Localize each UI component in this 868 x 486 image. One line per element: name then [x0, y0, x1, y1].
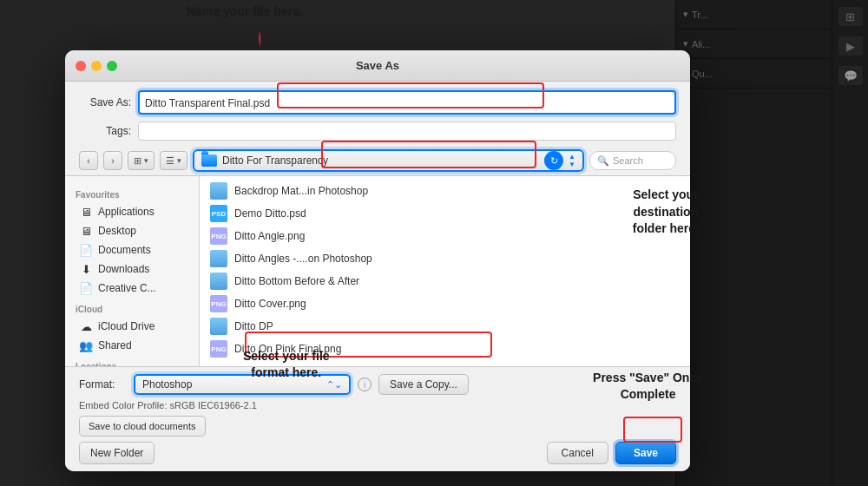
- desktop-icon: 🖥: [79, 224, 93, 238]
- file-item-ditto-bottom[interactable]: Ditto Bottom Before & After: [203, 270, 687, 292]
- folder-name: Ditto For Transparency: [222, 154, 539, 167]
- file-item-ditto-pink[interactable]: PNG Ditto On Pink Final.png: [203, 338, 687, 360]
- file-item-ditto-dp[interactable]: Ditto DP: [203, 315, 687, 338]
- file-thumb-ditto-angles: [210, 250, 227, 267]
- shared-icon: 👥: [79, 338, 93, 352]
- applications-label: Applications: [98, 206, 155, 218]
- save-button[interactable]: Save: [615, 442, 676, 464]
- cloud-documents-button[interactable]: Save to cloud documents: [79, 416, 206, 437]
- file-item-backdrop[interactable]: Backdrop Mat...in Photoshop: [203, 180, 687, 202]
- sidebar-item-shared[interactable]: 👥 Shared: [69, 336, 195, 355]
- file-item-ditto-angle[interactable]: PNG Ditto Angle.png: [203, 225, 687, 247]
- file-name-ditto-dp: Ditto DP: [234, 320, 273, 332]
- file-item-demo[interactable]: PSD Demo Ditto.psd: [203, 202, 687, 225]
- format-label: Format:: [79, 378, 127, 391]
- format-row: Format: Photoshop ⌃⌄ i Save a Copy...: [79, 374, 676, 395]
- search-box[interactable]: 🔍 Search: [589, 151, 676, 170]
- save-as-dialog: Save As Save As: Tags: ‹ › ⊞▾ ☰▾ Ditto F…: [65, 50, 690, 471]
- documents-label: Documents: [98, 244, 151, 256]
- dialog-title: Save As: [356, 59, 399, 72]
- dialog-body: Favourites 🖥 Applications 🖥 Desktop 📄 Do…: [65, 176, 690, 366]
- dialog-titlebar: Save As: [65, 50, 690, 82]
- minimize-button[interactable]: [91, 61, 102, 71]
- bottom-buttons: New Folder Cancel Save: [79, 442, 676, 464]
- file-item-ditto-cover[interactable]: PNG Ditto Cover.png: [203, 292, 687, 315]
- shared-label: Shared: [98, 339, 132, 351]
- cancel-save-buttons: Cancel Save: [547, 442, 676, 464]
- cancel-button[interactable]: Cancel: [547, 442, 608, 464]
- downloads-label: Downloads: [98, 263, 149, 275]
- grid-view-button[interactable]: ⊞▾: [128, 151, 155, 170]
- icloud-drive-icon: ☁: [79, 319, 93, 333]
- file-name-ditto-angle: Ditto Angle.png: [234, 230, 305, 242]
- file-thumb-ditto-bottom: [210, 273, 227, 290]
- saveas-input[interactable]: [145, 97, 669, 109]
- icloud-drive-label: iCloud Drive: [98, 320, 155, 332]
- creative-icon: 📄: [79, 281, 93, 295]
- file-item-ditto-angles[interactable]: Ditto Angles -....on Photoshop: [203, 247, 687, 270]
- embed-color-text: Embed Color Profile: sRGB IEC61966-2.1: [79, 400, 676, 410]
- close-button[interactable]: [76, 61, 86, 71]
- folder-icon: [201, 154, 217, 167]
- file-thumb-demo: PSD: [210, 205, 227, 222]
- file-name-demo: Demo Ditto.psd: [234, 207, 306, 220]
- sidebar-item-icloud-drive[interactable]: ☁ iCloud Drive: [69, 317, 195, 336]
- sidebar-item-documents[interactable]: 📄 Documents: [69, 240, 195, 259]
- search-icon: 🔍: [597, 155, 609, 167]
- creative-label: Creative C...: [98, 282, 156, 294]
- sidebar-item-applications[interactable]: 🖥 Applications: [69, 202, 195, 221]
- file-list: Backdrop Mat...in Photoshop PSD Demo Dit…: [200, 176, 690, 366]
- tags-input[interactable]: [138, 122, 676, 141]
- locations-label: Locations: [65, 355, 199, 366]
- saveas-input-wrap[interactable]: [138, 90, 676, 115]
- tags-label: Tags:: [79, 125, 131, 137]
- save-copy-button[interactable]: Save a Copy...: [378, 374, 469, 395]
- saveas-label: Save As:: [79, 96, 131, 108]
- sidebar-item-creative[interactable]: 📄 Creative C...: [69, 279, 195, 298]
- tags-row: Tags:: [65, 120, 690, 146]
- list-view-button[interactable]: ☰▾: [160, 151, 187, 170]
- new-folder-button[interactable]: New Folder: [79, 442, 155, 464]
- format-value: Photoshop: [142, 378, 192, 391]
- back-button[interactable]: ‹: [79, 151, 98, 170]
- sidebar-item-downloads[interactable]: ⬇ Downloads: [69, 259, 195, 279]
- desktop-label: Desktop: [98, 225, 136, 237]
- folder-dropdown[interactable]: Ditto For Transparency ↻ ▲ ▼: [193, 149, 584, 172]
- sidebar-item-desktop[interactable]: 🖥 Desktop: [69, 221, 195, 240]
- file-name-ditto-angles: Ditto Angles -....on Photoshop: [234, 253, 372, 265]
- icloud-label: iCloud: [65, 298, 199, 317]
- sidebar: Favourites 🖥 Applications 🖥 Desktop 📄 Do…: [65, 176, 200, 366]
- dropdown-arrows: ▲ ▼: [569, 154, 575, 168]
- file-name-ditto-pink: Ditto On Pink Final.png: [234, 343, 341, 355]
- documents-icon: 📄: [79, 243, 93, 257]
- search-placeholder: Search: [613, 155, 643, 166]
- traffic-lights: [76, 61, 117, 71]
- file-name-backdrop: Backdrop Mat...in Photoshop: [234, 185, 368, 197]
- file-thumb-ditto-angle: PNG: [210, 227, 227, 245]
- file-name-ditto-bottom: Ditto Bottom Before & After: [234, 275, 359, 287]
- toolbar-row: ‹ › ⊞▾ ☰▾ Ditto For Transparency ↻ ▲ ▼ 🔍…: [65, 146, 690, 176]
- forward-button[interactable]: ›: [103, 151, 122, 170]
- format-arrow: ⌃⌄: [326, 379, 342, 391]
- saveas-row: Save As:: [65, 82, 690, 120]
- downloads-icon: ⬇: [79, 262, 93, 276]
- file-thumb-ditto-dp: [210, 318, 227, 335]
- format-select[interactable]: Photoshop ⌃⌄: [134, 374, 351, 395]
- favourites-label: Favourites: [65, 183, 199, 202]
- info-icon[interactable]: i: [358, 378, 372, 391]
- file-name-ditto-cover: Ditto Cover.png: [234, 298, 306, 310]
- dropdown-sync-icon: ↻: [544, 151, 563, 170]
- file-thumb-ditto-cover: PNG: [210, 295, 227, 312]
- maximize-button[interactable]: [107, 61, 117, 71]
- dialog-bottom: Format: Photoshop ⌃⌄ i Save a Copy... Em…: [65, 366, 690, 471]
- applications-icon: 🖥: [79, 205, 93, 219]
- file-thumb-ditto-pink: PNG: [210, 340, 227, 358]
- file-thumb-backdrop: [210, 182, 227, 200]
